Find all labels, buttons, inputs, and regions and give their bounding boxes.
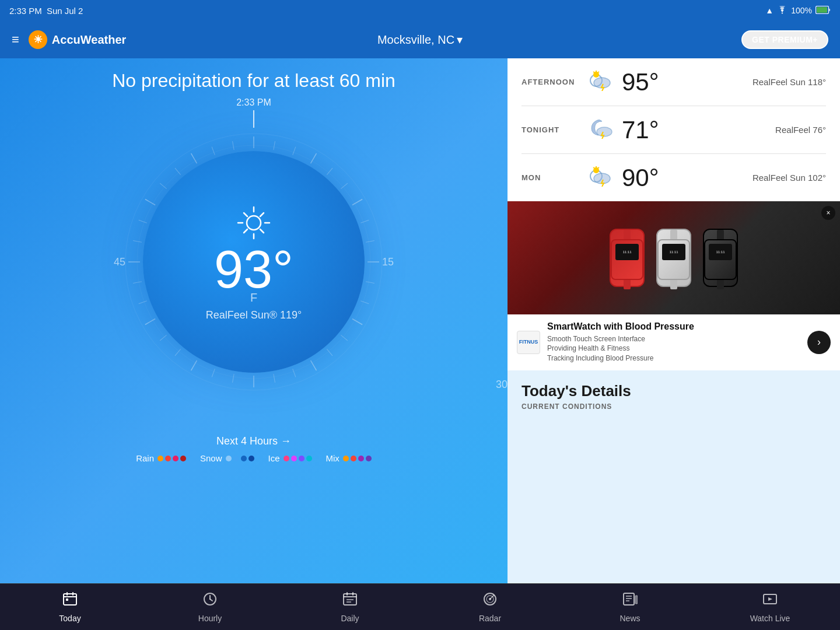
svg-rect-62 <box>64 594 76 605</box>
ad-title: SmartWatch with Blood Pressure <box>547 321 800 332</box>
ad-brand-text: FITNUS <box>519 339 538 345</box>
svg-line-6 <box>293 147 296 155</box>
app-name: AccuWeather <box>52 33 126 47</box>
next-hours-link[interactable]: Next 4 Hours → <box>216 435 291 447</box>
nav-news[interactable]: News <box>560 592 700 623</box>
svg-line-24 <box>212 369 215 377</box>
svg-line-12 <box>366 241 374 243</box>
premium-button[interactable]: GET PREMIUM+ <box>741 30 828 49</box>
dot <box>343 456 349 461</box>
scale-label-45: 45 <box>114 256 125 268</box>
svg-rect-66 <box>66 598 68 601</box>
legend-rain-dots <box>158 456 186 461</box>
svg-point-40 <box>247 216 261 230</box>
dot <box>306 456 312 461</box>
signal-icon: ▲ <box>765 6 774 15</box>
legend-ice-dots <box>284 456 312 461</box>
svg-line-14 <box>366 282 374 284</box>
radar-icon <box>482 592 498 610</box>
svg-line-21 <box>274 374 275 383</box>
svg-line-47 <box>260 213 264 216</box>
ad-close-button[interactable]: × <box>821 206 835 220</box>
legend-mix-label: Mix <box>326 453 340 463</box>
svg-line-48 <box>244 229 247 233</box>
details-subtitle: CURRENT CONDITIONS <box>522 402 826 411</box>
nav-bar: ≡ ☀ AccuWeather Mocksville, NC ▾ GET PRE… <box>0 21 840 58</box>
details-title: Today's Details <box>522 382 826 400</box>
forecast-temp-mon: 90° <box>622 164 752 192</box>
legend-snow-label: Snow <box>200 453 222 463</box>
svg-line-20 <box>293 369 296 377</box>
forecast-period-tonight: TONIGHT <box>522 125 586 134</box>
dot <box>351 456 356 461</box>
forecast-afternoon[interactable]: AFTERNOON 95° RealFeel Sun 118° <box>522 58 826 106</box>
logo-icon: ☀ <box>29 30 47 49</box>
hamburger-menu[interactable]: ≡ <box>12 32 19 47</box>
forecast-realfeel-tonight: RealFeel 76° <box>775 125 826 135</box>
ad-subtitle: Smooth Touch Screen InterfaceProviding H… <box>547 334 800 363</box>
forecast-section: AFTERNOON 95° RealFeel Sun 118° <box>508 58 840 201</box>
legend-rain: Rain <box>136 453 186 463</box>
ad-arrow-button[interactable]: › <box>807 331 831 354</box>
nav-radar[interactable]: Radar <box>420 592 560 623</box>
left-panel: No precipitation for at least 60 min 2:3… <box>0 58 508 583</box>
right-panel: AFTERNOON 95° RealFeel Sun 118° <box>508 58 840 583</box>
forecast-icon-mon <box>586 163 615 192</box>
main-content: No precipitation for at least 60 min 2:3… <box>0 58 840 583</box>
svg-line-38 <box>212 147 215 155</box>
temp-scale: F <box>250 291 257 304</box>
status-date: Sun Jul 2 <box>47 6 83 16</box>
smartwatch-display: 11:11 11:11 11:11 <box>610 229 738 287</box>
watch-red: 11:11 <box>610 229 645 287</box>
watch-white: 11:11 <box>656 229 691 287</box>
status-time-date: 2:33 PM Sun Jul 2 <box>9 6 83 16</box>
nav-hourly-label: Hourly <box>198 614 222 623</box>
svg-line-69 <box>210 599 212 601</box>
nav-watch-live[interactable]: Watch Live <box>700 592 840 623</box>
svg-line-23 <box>233 374 235 383</box>
dot <box>233 456 239 461</box>
legend-ice: Ice <box>268 453 312 463</box>
precipitation-text: No precipitation for at least 60 min <box>112 70 396 92</box>
legend-mix: Mix <box>326 453 372 463</box>
svg-line-5 <box>274 141 275 150</box>
daily-icon <box>342 592 358 610</box>
nav-daily[interactable]: Daily <box>280 592 420 623</box>
nav-watch-live-label: Watch Live <box>750 614 790 623</box>
details-section: Today's Details CURRENT CONDITIONS <box>508 370 840 422</box>
time-indicator: 2:33 PM <box>236 97 271 128</box>
current-time-label: 2:33 PM <box>236 97 271 108</box>
dot <box>241 456 247 461</box>
scale-label-30: 30 <box>496 379 508 391</box>
advertisement: 11:11 11:11 11:11 <box>508 201 840 370</box>
status-time: 2:33 PM <box>9 6 42 16</box>
forecast-tonight[interactable]: TONIGHT 71° RealFeel 76° <box>522 106 826 154</box>
weather-legend: Rain Snow Ice <box>136 453 372 463</box>
dot <box>158 456 163 461</box>
dot <box>180 456 186 461</box>
svg-marker-86 <box>768 597 772 601</box>
svg-line-29 <box>139 301 147 304</box>
svg-point-61 <box>593 167 599 173</box>
svg-line-39 <box>233 141 235 150</box>
location-selector[interactable]: Mocksville, NC ▾ <box>377 33 463 47</box>
time-line <box>253 110 254 128</box>
ad-bottom: FITNUS SmartWatch with Blood Pressure Sm… <box>508 314 840 370</box>
status-bar: 2:33 PM Sun Jul 2 ▲ 100% <box>0 0 840 21</box>
battery-icon <box>816 6 831 16</box>
forecast-temp-tonight: 71° <box>622 116 775 144</box>
dot <box>165 456 171 461</box>
dot <box>358 456 364 461</box>
svg-line-11 <box>360 220 369 223</box>
nav-news-label: News <box>620 614 640 623</box>
news-icon <box>622 592 638 610</box>
ad-text: SmartWatch with Blood Pressure Smooth To… <box>547 321 800 363</box>
ad-image: 11:11 11:11 11:11 <box>508 201 840 314</box>
svg-point-54 <box>593 72 599 78</box>
forecast-mon[interactable]: MON 90° RealFeel Sun 102° <box>522 154 826 201</box>
nav-today[interactable]: Today <box>0 592 140 623</box>
ad-logo: FITNUS <box>517 331 540 354</box>
legend-rain-label: Rain <box>136 453 154 463</box>
nav-hourly[interactable]: Hourly <box>140 592 280 623</box>
dot <box>173 456 178 461</box>
